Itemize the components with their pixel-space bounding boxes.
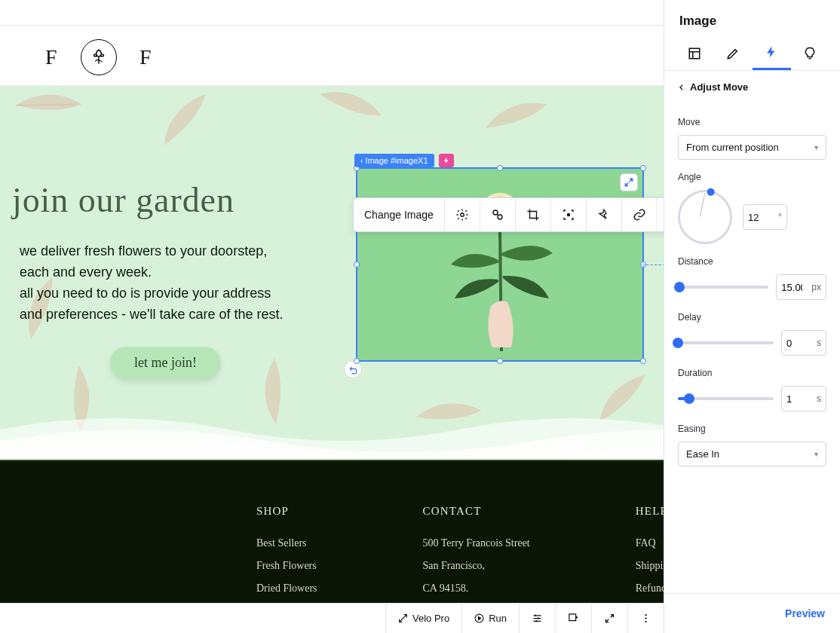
delay-slider[interactable] [678,341,774,344]
resize-handle[interactable] [640,358,646,364]
hero-text-block: join our garden we deliver fresh flowers… [12,180,344,379]
inspector-body: Move From current position ▾ Angle ° Dis… [664,103,840,593]
svg-rect-6 [569,614,576,621]
chevron-down-icon: ▾ [814,450,818,458]
hero-description[interactable]: we deliver fresh flowers to your doorste… [20,241,344,326]
animation-badge-icon[interactable] [439,154,454,167]
tab-design-icon[interactable] [713,38,752,70]
resize-handle[interactable] [640,165,646,171]
element-tag-label[interactable]: ‹ Image #imageX1 [354,154,434,167]
delay-label: Delay [678,312,826,323]
footer-heading[interactable]: CONTACT [423,505,530,518]
svg-point-2 [493,210,498,215]
more-icon[interactable] [627,604,664,633]
join-button[interactable]: let me join! [110,347,221,379]
distance-slider[interactable] [678,286,768,289]
resize-handle[interactable] [354,261,360,268]
inspector-tabs [664,38,840,71]
angle-input[interactable]: ° [743,204,787,230]
change-image-button[interactable]: Change Image [354,198,445,231]
undo-icon[interactable] [344,360,362,378]
tab-animation-icon[interactable] [753,38,791,70]
footer-link[interactable]: Best Sellers [256,537,317,549]
focal-point-icon[interactable] [551,198,587,231]
delay-input[interactable]: s [781,330,826,356]
add-element-icon[interactable] [555,604,591,633]
duration-slider[interactable] [678,397,774,400]
distance-input[interactable]: px [776,274,826,300]
angle-label: Angle [678,172,826,182]
maximize-icon[interactable] [591,604,627,633]
easing-select[interactable]: Ease In ▾ [678,442,826,466]
resize-handle[interactable] [497,358,503,364]
element-tag[interactable]: ‹ Image #imageX1 [354,154,454,167]
duration-label: Duration [678,368,826,378]
chevron-down-icon: ▾ [814,143,818,151]
logo-rose-icon [81,39,117,75]
inspector-title: Image [664,0,840,38]
tab-layout-icon[interactable] [675,38,713,70]
angle-dial[interactable] [678,190,732,244]
logo: F F [45,39,152,75]
duration-input[interactable]: s [781,386,826,411]
logo-letter-right: F [139,45,152,69]
footer-link[interactable]: Dried Flowers [256,583,317,595]
footer-text: CA 94158. [423,583,530,595]
selected-image-element[interactable] [356,167,644,362]
settings-icon[interactable] [445,198,480,231]
properties-panel-icon[interactable] [519,604,555,633]
animation-icon[interactable] [587,198,622,231]
svg-point-7 [645,614,646,616]
crop-icon[interactable] [516,198,551,231]
velo-pro-button[interactable]: Velo Pro [385,604,461,633]
footer-text: 500 Terry Francois Street [423,537,530,549]
logo-letter-left: F [45,45,58,69]
filters-icon[interactable] [480,198,516,231]
resize-handle[interactable] [497,165,503,171]
tab-help-icon[interactable] [791,38,829,70]
preview-button[interactable]: Preview [785,607,825,619]
resize-handle[interactable] [354,358,360,364]
hero-title[interactable]: join our garden [12,180,344,220]
alignment-guide [642,265,665,265]
svg-point-1 [461,213,464,217]
inspector-panel: Image Adjust Move Move From current posi… [664,0,840,633]
footer-link[interactable]: Fresh Flowers [256,560,317,572]
bottom-bar: Velo Pro Run [0,603,664,633]
inspector-back-button[interactable]: Adjust Move [664,71,840,103]
inspector-footer: Preview [664,593,840,633]
move-label: Move [678,117,826,127]
move-select[interactable]: From current position ▾ [678,135,826,160]
footer-text: San Francisco, [423,560,530,572]
svg-point-8 [645,617,646,619]
svg-rect-10 [689,48,700,59]
distance-label: Distance [678,256,826,267]
floating-toolbar: Change Image [353,197,693,232]
svg-point-4 [567,214,569,216]
expand-icon[interactable] [620,173,638,191]
footer-heading[interactable]: SHOP [256,505,317,518]
svg-point-3 [498,215,502,219]
svg-point-9 [645,621,646,622]
easing-label: Easing [678,424,826,434]
run-button[interactable]: Run [461,604,519,633]
link-icon[interactable] [622,198,658,231]
